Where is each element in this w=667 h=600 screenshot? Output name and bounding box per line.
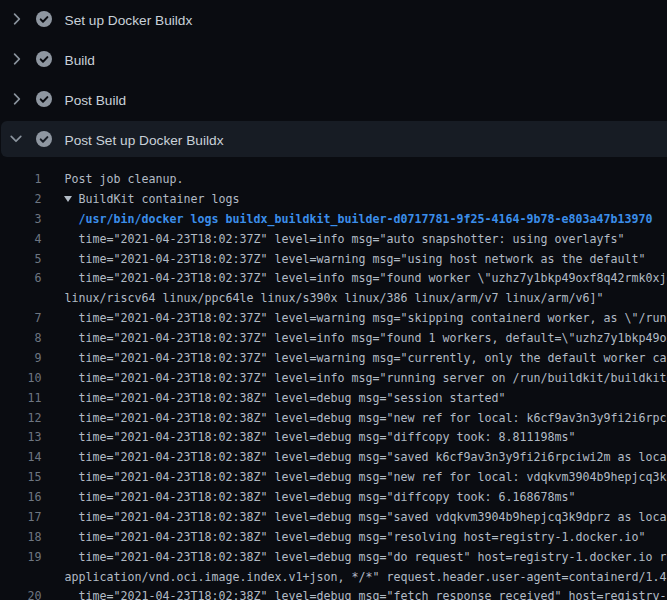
log-line-number[interactable]: 2 bbox=[0, 189, 42, 209]
log-text: time="2021-04-23T18:02:38Z" level=debug … bbox=[65, 487, 667, 507]
log-line: 18 time="2021-04-23T18:02:38Z" level=deb… bbox=[0, 527, 667, 547]
log-line-number[interactable]: 7 bbox=[0, 308, 42, 328]
step-label: Set up Docker Buildx bbox=[65, 13, 193, 28]
check-circle-icon bbox=[36, 91, 52, 107]
log-group-text: BuildKit container logs bbox=[65, 189, 667, 209]
log-line-number[interactable]: 5 bbox=[0, 249, 42, 269]
log-line-number[interactable]: 1 bbox=[0, 169, 42, 189]
log-text: time="2021-04-23T18:02:38Z" level=debug … bbox=[65, 427, 667, 447]
log-command-text: /usr/bin/docker logs buildx_buildkit_bui… bbox=[65, 209, 667, 229]
log-text: time="2021-04-23T18:02:37Z" level=warnin… bbox=[65, 308, 667, 328]
log-text: time="2021-04-23T18:02:38Z" level=debug … bbox=[65, 388, 667, 408]
log-line-number[interactable]: 13 bbox=[0, 427, 42, 447]
log-line-number[interactable]: 18 bbox=[0, 527, 42, 547]
log-line-number[interactable]: 10 bbox=[0, 368, 42, 388]
log-line: 9 time="2021-04-23T18:02:37Z" level=warn… bbox=[0, 348, 667, 368]
step-header-set-up-docker-buildx[interactable]: Set up Docker Buildx bbox=[0, 0, 667, 40]
log-line: 8 time="2021-04-23T18:02:37Z" level=info… bbox=[0, 328, 667, 348]
log-line: 13 time="2021-04-23T18:02:38Z" level=deb… bbox=[0, 427, 667, 447]
log-line-number[interactable]: 6 bbox=[0, 268, 42, 288]
log-text: Post job cleanup. bbox=[65, 169, 667, 189]
step-label: Build bbox=[65, 53, 95, 68]
step-header-post-set-up-docker-buildx[interactable]: Post Set up Docker Buildx bbox=[0, 120, 667, 160]
log-group-title: BuildKit container logs bbox=[79, 192, 240, 206]
chevron-right-icon[interactable] bbox=[7, 90, 25, 108]
log-line-number[interactable]: 11 bbox=[0, 388, 42, 408]
log-line: 14 time="2021-04-23T18:02:38Z" level=deb… bbox=[0, 447, 667, 467]
step-label: Post Build bbox=[65, 93, 127, 108]
log-line-continuation: linux/riscv64 linux/ppc64le linux/s390x … bbox=[0, 288, 667, 308]
log-text: time="2021-04-23T18:02:37Z" level=info m… bbox=[65, 229, 667, 249]
log-text: time="2021-04-23T18:02:37Z" level=warnin… bbox=[65, 249, 667, 269]
log-line: 12 time="2021-04-23T18:02:38Z" level=deb… bbox=[0, 408, 667, 428]
log-line: 7 time="2021-04-23T18:02:37Z" level=warn… bbox=[0, 308, 667, 328]
log-text: time="2021-04-23T18:02:37Z" level=info m… bbox=[65, 328, 667, 348]
chevron-right-icon[interactable] bbox=[7, 10, 25, 28]
step-header-highlight bbox=[1, 41, 667, 77]
log-text: time="2021-04-23T18:02:38Z" level=debug … bbox=[65, 507, 667, 527]
chevron-right-icon[interactable] bbox=[7, 50, 25, 68]
log-line-number[interactable]: 8 bbox=[0, 328, 42, 348]
step-header-post-build[interactable]: Post Build bbox=[0, 80, 667, 120]
log-line: 17 time="2021-04-23T18:02:38Z" level=deb… bbox=[0, 507, 667, 527]
log-line: 1Post job cleanup. bbox=[0, 169, 667, 189]
check-circle-icon bbox=[36, 11, 52, 27]
steps-list: Set up Docker BuildxBuildPost BuildPost … bbox=[0, 0, 667, 160]
log-line-number[interactable]: 19 bbox=[0, 547, 42, 567]
chevron-down-icon[interactable] bbox=[7, 130, 25, 148]
log-viewer: 1Post job cleanup.2BuildKit container lo… bbox=[0, 160, 667, 600]
log-line-number[interactable]: 16 bbox=[0, 487, 42, 507]
log-text: time="2021-04-23T18:02:37Z" level=warnin… bbox=[65, 348, 667, 368]
log-line: 20 time="2021-04-23T18:02:38Z" level=deb… bbox=[0, 586, 667, 600]
log-line-number[interactable]: 9 bbox=[0, 348, 42, 368]
log-line: 3 /usr/bin/docker logs buildx_buildkit_b… bbox=[0, 209, 667, 229]
check-circle-icon bbox=[36, 131, 52, 147]
log-line: 15 time="2021-04-23T18:02:38Z" level=deb… bbox=[0, 467, 667, 487]
log-line: 6 time="2021-04-23T18:02:37Z" level=info… bbox=[0, 268, 667, 288]
step-header-build[interactable]: Build bbox=[0, 40, 667, 80]
log-line-continuation: application/vnd.oci.image.index.v1+json,… bbox=[0, 567, 667, 587]
log-line: 5 time="2021-04-23T18:02:37Z" level=warn… bbox=[0, 249, 667, 269]
log-text: time="2021-04-23T18:02:38Z" level=debug … bbox=[65, 447, 667, 467]
log-line-number[interactable]: 15 bbox=[0, 467, 42, 487]
log-line-number[interactable]: 12 bbox=[0, 408, 42, 428]
step-label: Post Set up Docker Buildx bbox=[65, 133, 224, 148]
log-line: 11 time="2021-04-23T18:02:38Z" level=deb… bbox=[0, 388, 667, 408]
log-text: linux/riscv64 linux/ppc64le linux/s390x … bbox=[65, 288, 667, 308]
log-line: 4 time="2021-04-23T18:02:37Z" level=info… bbox=[0, 229, 667, 249]
log-line-number[interactable]: 20 bbox=[0, 586, 42, 600]
log-line-number[interactable]: 14 bbox=[0, 447, 42, 467]
log-line-number[interactable]: 4 bbox=[0, 229, 42, 249]
log-line: 16 time="2021-04-23T18:02:38Z" level=deb… bbox=[0, 487, 667, 507]
log-text: time="2021-04-23T18:02:38Z" level=debug … bbox=[65, 586, 667, 600]
log-line: 2BuildKit container logs bbox=[0, 189, 667, 209]
log-text: time="2021-04-23T18:02:38Z" level=debug … bbox=[65, 547, 667, 567]
log-text: application/vnd.oci.image.index.v1+json,… bbox=[65, 567, 667, 587]
log-text: time="2021-04-23T18:02:37Z" level=info m… bbox=[65, 368, 667, 388]
log-text: time="2021-04-23T18:02:38Z" level=debug … bbox=[65, 527, 667, 547]
log-line-number[interactable]: 3 bbox=[0, 209, 42, 229]
log-line: 19 time="2021-04-23T18:02:38Z" level=deb… bbox=[0, 547, 667, 567]
log-line-number[interactable]: 17 bbox=[0, 507, 42, 527]
log-text: time="2021-04-23T18:02:38Z" level=debug … bbox=[65, 467, 667, 487]
check-circle-icon bbox=[36, 51, 52, 67]
log-text: time="2021-04-23T18:02:38Z" level=debug … bbox=[65, 408, 667, 428]
log-text: time="2021-04-23T18:02:37Z" level=info m… bbox=[65, 268, 667, 288]
log-line: 10 time="2021-04-23T18:02:37Z" level=inf… bbox=[0, 368, 667, 388]
